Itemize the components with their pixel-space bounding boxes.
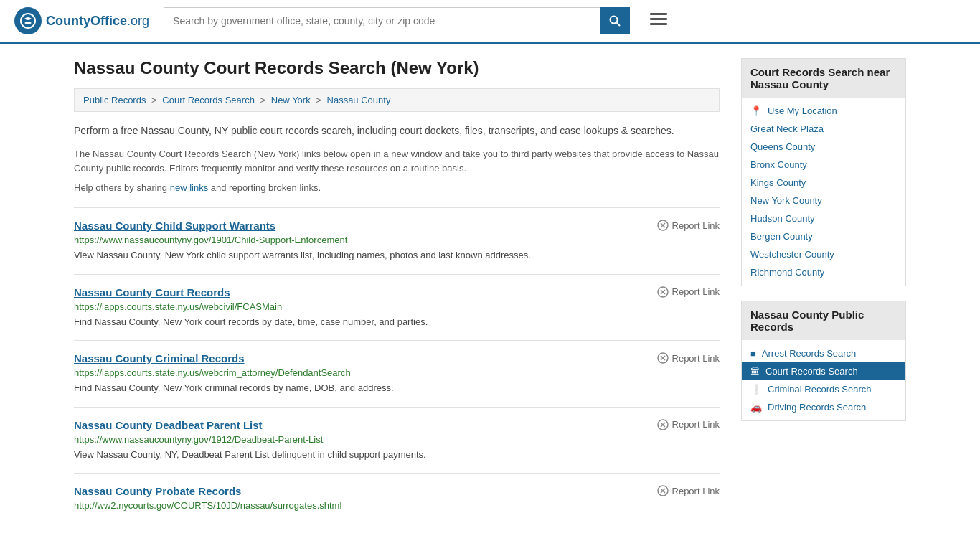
public-record-item: ■Arrest Records Search: [742, 344, 905, 362]
svg-rect-4: [650, 18, 667, 20]
svg-line-2: [617, 23, 621, 27]
nearby-link[interactable]: Richmond County: [750, 267, 897, 278]
public-record-item: 🚗Driving Records Search: [742, 398, 905, 416]
record-url[interactable]: https://iapps.courts.state.ny.us/webcrim…: [74, 367, 720, 378]
record-title[interactable]: Nassau County Child Support Warrants: [74, 220, 275, 232]
nearby-item: Kings County: [742, 174, 905, 192]
svg-point-0: [21, 14, 35, 28]
public-records-list: ■Arrest Records Search🏛Court Records Sea…: [742, 340, 905, 420]
record-desc: View Nassau County, NY, Deadbeat Parent …: [74, 448, 720, 462]
public-record-link[interactable]: ■Arrest Records Search: [750, 348, 897, 359]
page-title: Nassau County Court Records Search (New …: [74, 58, 720, 78]
report-icon: [657, 419, 669, 430]
public-record-link[interactable]: 🏛Court Records Search: [750, 366, 897, 377]
record-desc: Find Nassau County, New York criminal re…: [74, 381, 720, 395]
record-url[interactable]: https://www.nassaucountyny.gov/1901/Chil…: [74, 235, 720, 245]
share-text: Help others by sharing new links and rep…: [74, 182, 720, 193]
record-desc: View Nassau County, New York child suppo…: [74, 248, 720, 263]
breadcrumb: Public Records > Court Records Search > …: [74, 88, 720, 112]
record-url[interactable]: https://www.nassaucountyny.gov/1912/Dead…: [74, 434, 720, 445]
public-record-item: 🏛Court Records Search: [742, 362, 905, 380]
breadcrumb-public-records[interactable]: Public Records: [83, 95, 146, 105]
dot-icon: ■: [750, 348, 756, 359]
svg-point-1: [611, 17, 618, 24]
nearby-item: Bronx County: [742, 156, 905, 174]
nearby-list: 📍Use My LocationGreat Neck PlazaQueens C…: [742, 98, 905, 286]
record-title[interactable]: Nassau County Deadbeat Parent List: [74, 419, 263, 431]
header: CountyOffice.org: [0, 0, 980, 44]
public-record-link[interactable]: ❕Criminal Records Search: [750, 384, 897, 395]
main-container: Nassau County Court Records Search (New …: [60, 44, 920, 551]
records-list: Nassau County Child Support Warrants Rep…: [74, 207, 720, 525]
search-button[interactable]: [600, 7, 630, 34]
record-title[interactable]: Nassau County Court Records: [74, 286, 230, 298]
public-records-section: Nassau County Public Records ■Arrest Rec…: [741, 301, 906, 421]
nearby-item: Bergen County: [742, 227, 905, 245]
nearby-link[interactable]: Westchester County: [750, 249, 897, 260]
menu-button[interactable]: [644, 10, 673, 32]
nearby-section-title: Court Records Search near Nassau County: [742, 59, 905, 98]
report-link-button[interactable]: Report Link: [657, 419, 720, 430]
report-link-button[interactable]: Report Link: [657, 220, 720, 231]
search-bar: [164, 7, 630, 34]
new-links-link[interactable]: new links: [170, 182, 208, 193]
car-icon: 🚗: [750, 402, 762, 413]
pin-icon: 📍: [750, 105, 762, 116]
nearby-link[interactable]: 📍Use My Location: [750, 105, 897, 116]
nearby-item: Richmond County: [742, 263, 905, 281]
report-icon: [657, 220, 669, 231]
logo-icon: [14, 7, 42, 34]
exclaim-icon: ❕: [750, 384, 762, 395]
nearby-link[interactable]: Hudson County: [750, 213, 897, 224]
nearby-item: Westchester County: [742, 245, 905, 263]
nearby-link[interactable]: Kings County: [750, 177, 897, 188]
sidebar: Court Records Search near Nassau County …: [741, 58, 906, 525]
breadcrumb-nassau-county[interactable]: Nassau County: [327, 95, 391, 105]
svg-rect-5: [650, 23, 667, 25]
nearby-link[interactable]: Queens County: [750, 141, 897, 152]
nearby-item: Great Neck Plaza: [742, 120, 905, 138]
logo-text: CountyOffice.org: [46, 14, 149, 29]
breadcrumb-court-records[interactable]: Court Records Search: [162, 95, 255, 105]
record-entry: Nassau County Child Support Warrants Rep…: [74, 207, 720, 274]
svg-rect-3: [650, 13, 667, 15]
description-1: Perform a free Nassau County, NY public …: [74, 123, 720, 138]
public-records-section-title: Nassau County Public Records: [742, 301, 905, 340]
record-entry: Nassau County Court Records Report Link …: [74, 274, 720, 341]
report-link-button[interactable]: Report Link: [657, 286, 720, 298]
nearby-item: New York County: [742, 192, 905, 209]
nearby-link[interactable]: Bergen County: [750, 231, 897, 242]
record-desc: Find Nassau County, New York court recor…: [74, 315, 720, 329]
nearby-item: Queens County: [742, 138, 905, 156]
building-icon: 🏛: [750, 366, 760, 377]
record-title[interactable]: Nassau County Probate Records: [74, 485, 241, 497]
search-input[interactable]: [164, 7, 600, 34]
record-entry: Nassau County Deadbeat Parent List Repor…: [74, 407, 720, 474]
report-link-button[interactable]: Report Link: [657, 485, 720, 496]
description-2: The Nassau County Court Records Search (…: [74, 147, 720, 175]
logo[interactable]: CountyOffice.org: [14, 7, 149, 34]
record-url[interactable]: https://iapps.courts.state.ny.us/webcivi…: [74, 301, 720, 312]
public-record-link[interactable]: 🚗Driving Records Search: [750, 402, 897, 413]
report-icon: [657, 485, 669, 496]
record-title[interactable]: Nassau County Criminal Records: [74, 352, 245, 364]
breadcrumb-new-york[interactable]: New York: [271, 95, 311, 105]
report-link-button[interactable]: Report Link: [657, 352, 720, 364]
nearby-link[interactable]: New York County: [750, 195, 897, 206]
report-icon: [657, 352, 669, 364]
nearby-section: Court Records Search near Nassau County …: [741, 58, 906, 286]
report-icon: [657, 286, 669, 298]
nearby-link[interactable]: Bronx County: [750, 159, 897, 170]
nearby-item: Hudson County: [742, 209, 905, 227]
nearby-link[interactable]: Great Neck Plaza: [750, 123, 897, 134]
nearby-item: 📍Use My Location: [742, 102, 905, 120]
public-record-item: ❕Criminal Records Search: [742, 380, 905, 398]
record-entry: Nassau County Probate Records Report Lin…: [74, 473, 720, 525]
content-area: Nassau County Court Records Search (New …: [74, 58, 720, 525]
record-entry: Nassau County Criminal Records Report Li…: [74, 340, 720, 407]
record-url[interactable]: http://ww2.nycourts.gov/COURTS/10JD/nass…: [74, 500, 720, 511]
